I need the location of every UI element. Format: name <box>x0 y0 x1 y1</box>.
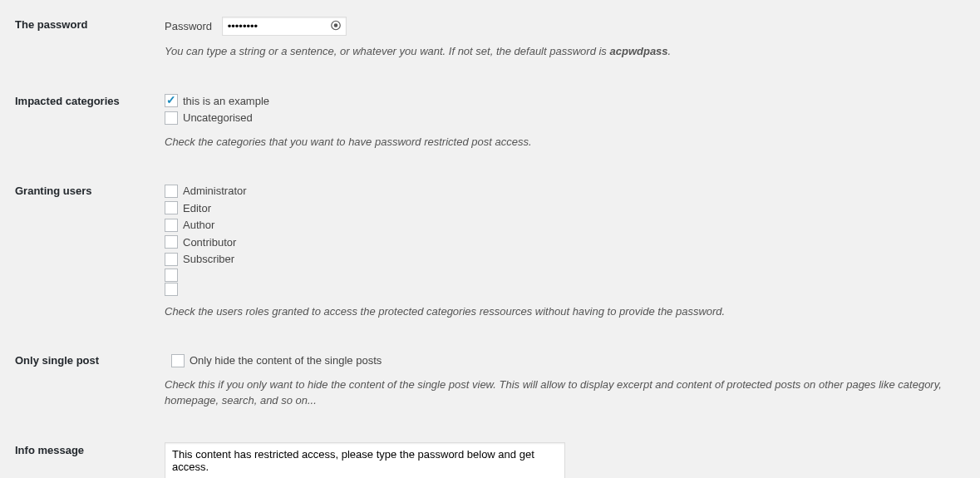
label-single-post: Only single post <box>15 336 165 426</box>
role-checkbox[interactable] <box>165 201 178 214</box>
category-label: this is an example <box>183 93 269 110</box>
category-checkbox[interactable] <box>165 94 178 107</box>
roles-list: AdministratorEditorAuthorContributorSubs… <box>165 183 957 296</box>
role-label: Editor <box>183 200 211 217</box>
inline-label-password: Password <box>165 20 212 32</box>
role-checkbox[interactable] <box>165 253 178 266</box>
single-post-checkbox-label: Only hide the content of the single post… <box>190 352 382 369</box>
label-categories: Impacted categories <box>15 76 165 167</box>
settings-form-table: The password Password You can type a str… <box>15 0 965 478</box>
password-input[interactable] <box>222 17 347 36</box>
row-info-message: Info message G <box>15 426 965 479</box>
category-label: Uncategorised <box>183 110 253 126</box>
label-password: The password <box>15 0 165 76</box>
categories-list: this is an exampleUncategorised <box>165 93 957 126</box>
label-info-message: Info message <box>15 426 165 479</box>
role-label: Contributor <box>183 234 236 251</box>
role-checkbox[interactable] <box>165 219 178 232</box>
role-checkbox[interactable] <box>165 185 178 198</box>
granting-description: Check the users roles granted to access … <box>165 303 957 320</box>
single-post-checkbox[interactable] <box>171 354 185 367</box>
single-post-description: Check this if you only want to hide the … <box>165 377 957 409</box>
row-categories: Impacted categories this is an exampleUn… <box>15 76 965 167</box>
role-label: Administrator <box>183 183 247 200</box>
info-message-textarea[interactable] <box>165 442 565 479</box>
role-checkbox[interactable] <box>165 283 178 296</box>
role-label: Author <box>183 217 214 234</box>
categories-description: Check the categories that you want to ha… <box>165 134 957 150</box>
role-label: Subscriber <box>183 251 234 268</box>
role-checkbox[interactable] <box>165 269 178 282</box>
row-password: The password Password You can type a str… <box>15 0 965 76</box>
category-checkbox[interactable] <box>165 111 178 125</box>
role-checkbox[interactable] <box>165 235 178 249</box>
row-single-post: Only single post Only hide the content o… <box>15 336 965 426</box>
password-description: You can type a string or a sentence, or … <box>165 43 957 60</box>
label-granting: Granting users <box>15 166 165 336</box>
row-granting: Granting users AdministratorEditorAuthor… <box>15 166 965 336</box>
